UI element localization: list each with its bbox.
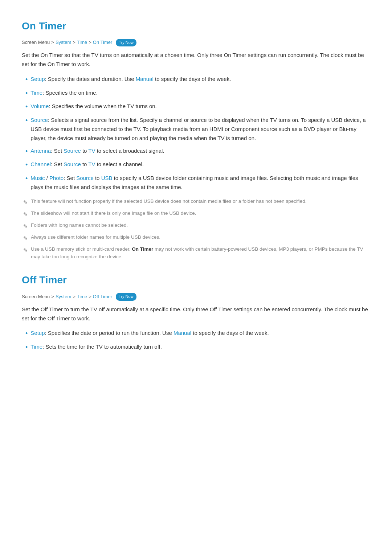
time-text: : Specifies the on time. [42,90,98,96]
breadcrumb-system[interactable]: System [56,39,71,46]
channel-text3: to select a channel. [95,161,144,167]
list-item: • Setup: Specifies the date or period to… [22,329,370,339]
antenna-text3: to select a broadcast signal. [95,148,164,154]
off-timer-title: Off Timer [22,272,370,288]
note-item: ✎ The slideshow will not start if there … [22,210,370,219]
source-label: Source [30,117,48,123]
off-breadcrumb-off-timer[interactable]: Off Timer [93,293,112,301]
list-item: • Source: Selects a signal source from t… [22,116,370,143]
list-item: • Time: Sets the time for the TV to auto… [22,342,370,353]
off-time-label: Time [30,344,42,350]
note-text: This feature will not function properly … [31,198,306,205]
music-usb-link: USB [101,175,113,181]
volume-label: Volume [30,103,49,109]
note-text: Folders with long names cannot be select… [31,222,128,229]
setup-text2: to specify the days of the week. [154,76,231,82]
note-item: ✎ Always use different folder names for … [22,234,370,243]
off-timer-intro: Set the Off Timer to turn the TV off aut… [22,305,370,323]
bullet-dot: • [25,102,28,112]
breadcrumb-sep2: > [73,39,75,46]
setup-label: Setup [30,76,45,82]
note-pencil-icon: ✎ [23,246,28,255]
on-timer-notes: ✎ This feature will not function properl… [22,198,370,261]
bullet-text: Time: Sets the time for the TV to automa… [30,342,162,352]
music-text2: to [94,175,101,181]
off-breadcrumb-time[interactable]: Time [77,293,87,301]
note-text: Always use different folder names for mu… [31,234,160,241]
music-sep: / [45,175,49,181]
setup-text: : Specify the dates and duration. Use [45,76,136,82]
channel-text2: to [81,161,89,167]
off-timer-section: Off Timer Screen Menu > System > Time > … [22,272,370,352]
on-timer-intro: Set the On Timer so that the TV turns on… [22,51,370,69]
bullet-text: Antenna: Set Source to TV to select a br… [30,147,164,156]
bullet-text: Volume: Specifies the volume when the TV… [30,102,156,111]
on-timer-inline-link: On Timer [132,246,153,252]
on-timer-bullet-list: • Setup: Specify the dates and duration.… [22,75,370,192]
music-text1: : Set [64,175,76,181]
channel-source-link: Source [64,161,81,167]
list-item: • Antenna: Set Source to TV to select a … [22,147,370,157]
note-pencil-icon: ✎ [23,198,28,207]
bullet-text: Setup: Specifies the date or period to r… [30,329,269,338]
antenna-label: Antenna [30,148,51,154]
on-timer-try-now-badge[interactable]: Try Now [116,39,136,47]
bullet-text: Source: Selects a signal source from the… [30,116,370,143]
on-timer-section: On Timer Screen Menu > System > Time > O… [22,18,370,260]
bullet-dot: • [25,160,28,170]
breadcrumb-time[interactable]: Time [77,39,87,46]
off-setup-label: Setup [30,330,45,336]
off-setup-text1: : Specifies the date or period to run th… [45,330,173,336]
antenna-tv-link: TV [88,148,95,154]
breadcrumb-sep3: > [89,39,91,46]
list-item: • Channel: Set Source to TV to select a … [22,160,370,170]
breadcrumb-prefix: Screen Menu [22,39,50,46]
bullet-dot: • [25,88,28,99]
antenna-text2: to [81,148,89,154]
note-text: Use a USB memory stick or multi-card rea… [31,246,370,261]
list-item: • Volume: Specifies the volume when the … [22,102,370,112]
list-item: • Time: Specifies the on time. [22,89,370,99]
on-timer-breadcrumb: Screen Menu > System > Time > On Timer T… [22,39,370,47]
bullet-text: Setup: Specify the dates and duration. U… [30,75,231,84]
note-text: The slideshow will not start if there is… [31,210,196,217]
off-breadcrumb-prefix: Screen Menu [22,293,50,301]
off-breadcrumb-sep1: > [51,293,54,301]
off-breadcrumb-sep2: > [73,293,75,301]
note-pencil-icon: ✎ [23,234,28,243]
note-item: ✎ Use a USB memory stick or multi-card r… [22,246,370,261]
note-pencil-icon: ✎ [23,210,28,219]
list-item: • Music / Photo: Set Source to USB to sp… [22,174,370,192]
bullet-dot: • [25,115,28,126]
bullet-dot: • [25,173,28,184]
on-timer-title: On Timer [22,18,370,34]
bullet-text: Time: Specifies the on time. [30,89,98,98]
manual-link: Manual [136,76,154,82]
off-timer-try-now-badge[interactable]: Try Now [116,293,136,301]
off-breadcrumb-sep3: > [89,293,91,301]
bullet-text: Channel: Set Source to TV to select a ch… [30,160,144,169]
note-item: ✎ Folders with long names cannot be sele… [22,222,370,231]
off-setup-text2: to specify the days of the week. [191,330,269,336]
volume-text: : Specifies the volume when the TV turns… [49,103,156,109]
channel-tv-link: TV [88,161,95,167]
bullet-dot: • [25,74,28,85]
antenna-source-link: Source [64,148,81,154]
note-item: ✎ This feature will not function properl… [22,198,370,207]
off-breadcrumb-system[interactable]: System [56,293,71,301]
bullet-dot: • [25,342,28,353]
bullet-dot: • [25,328,28,339]
photo-label: Photo [49,175,64,181]
note-pencil-icon: ✎ [23,222,28,231]
breadcrumb-on-timer[interactable]: On Timer [93,39,112,46]
antenna-text1: : Set [51,148,64,154]
list-item: • Setup: Specify the dates and duration.… [22,75,370,85]
off-manual-link: Manual [173,330,191,336]
source-text: : Selects a signal source from the list.… [30,117,366,141]
off-timer-bullet-list: • Setup: Specifies the date or period to… [22,329,370,353]
channel-text1: : Set [51,161,64,167]
music-source-link: Source [76,175,94,181]
breadcrumb-sep1: > [51,39,54,46]
bullet-dot: • [25,146,28,157]
time-label: Time [30,90,42,96]
